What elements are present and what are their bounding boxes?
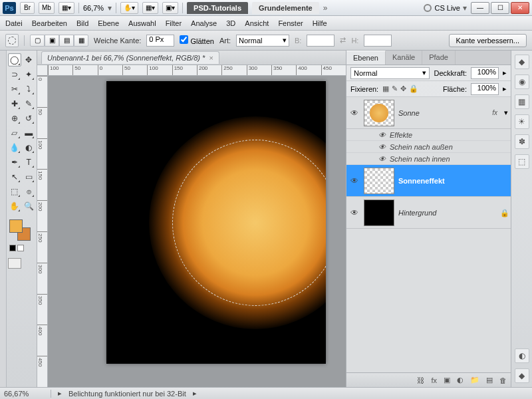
menu-ansicht[interactable]: Ansicht — [245, 19, 269, 27]
menu-bearbeiten[interactable]: Bearbeiten — [32, 19, 67, 27]
menu-filter[interactable]: Filter — [166, 19, 182, 27]
fx-collapse-icon[interactable]: ▾ — [504, 108, 508, 117]
tab-ebenen[interactable]: Ebenen — [346, 51, 386, 65]
dock-icon-history[interactable]: ◐ — [515, 348, 529, 363]
close-tab-icon[interactable]: × — [209, 54, 213, 62]
hand-tool-button[interactable]: ✋▾ — [120, 2, 138, 14]
menu-fenster[interactable]: Fenster — [278, 19, 303, 27]
shape-tool[interactable]: ▭ — [23, 170, 36, 184]
workspace-tab-grund[interactable]: Grundelemente — [252, 2, 319, 14]
tab-kanaele[interactable]: Kanäle — [386, 51, 422, 65]
new-layer-icon[interactable]: ▤ — [486, 376, 493, 384]
bridge-button[interactable]: Br — [20, 2, 35, 14]
arrange-docs-button[interactable]: ▦▾ — [142, 2, 158, 14]
vertical-ruler[interactable]: 050100150200250300350400450 — [37, 76, 48, 387]
visibility-toggle[interactable]: 👁 — [378, 143, 386, 151]
type-tool[interactable]: T — [23, 156, 36, 169]
3dcam-tool[interactable]: ⌾ — [23, 185, 36, 198]
ruler-origin[interactable] — [37, 65, 48, 76]
fill-input[interactable]: 100% — [471, 83, 499, 95]
zoom-level[interactable]: 66,7% — [83, 4, 104, 12]
cslive-dropdown-icon[interactable]: ▾ — [463, 3, 467, 13]
selection-subtract-button[interactable]: ▤ — [59, 35, 74, 47]
dock-icon-color[interactable]: ◆ — [515, 55, 529, 69]
menu-3d[interactable]: 3D — [226, 19, 235, 27]
color-swatches[interactable] — [8, 218, 35, 253]
fx-badge[interactable]: fx — [492, 109, 497, 116]
default-colors-icon[interactable] — [9, 245, 16, 251]
workspace-tab-psd[interactable]: PSD-Tutorials — [187, 2, 248, 14]
document[interactable] — [106, 81, 326, 364]
selection-add-button[interactable]: ▣ — [45, 35, 59, 47]
lock-position-icon[interactable]: ✥ — [400, 84, 406, 93]
horizontal-ruler[interactable]: 10050050100150200250300350400450 — [48, 65, 346, 76]
status-flyout-icon[interactable]: ▸ — [58, 389, 62, 398]
tool-preset-icon[interactable] — [5, 34, 19, 47]
refine-edge-button[interactable]: Kante verbessern... — [449, 34, 527, 47]
layer-thumbnail[interactable] — [364, 200, 394, 226]
visibility-toggle[interactable]: 👁 — [349, 176, 360, 186]
dock-icon-channels[interactable]: ⬚ — [515, 154, 529, 169]
selection-new-button[interactable]: ▢ — [30, 35, 45, 47]
eraser-tool[interactable]: ▱ — [8, 126, 21, 140]
adjustment-layer-icon[interactable]: ◐ — [457, 376, 464, 384]
menu-auswahl[interactable]: Auswahl — [128, 19, 156, 27]
feather-input[interactable]: 0 Px — [146, 35, 174, 47]
dock-icon-layers[interactable]: ◆ — [515, 368, 529, 383]
lasso-tool[interactable]: ⊃ — [8, 68, 21, 81]
effect-inner-glow[interactable]: 👁Schein nach innen — [346, 153, 511, 165]
layer-thumbnail[interactable] — [364, 168, 394, 194]
dock-icon-styles[interactable]: ▦ — [515, 94, 529, 109]
layer-thumbnail[interactable] — [364, 100, 394, 126]
layer-sonneneffekt[interactable]: 👁 Sonneneffekt — [346, 165, 511, 197]
healing-tool[interactable]: ✚ — [8, 97, 21, 110]
move-tool[interactable]: ✥ — [23, 53, 36, 66]
window-minimize-button[interactable]: — — [471, 2, 489, 14]
opacity-input[interactable]: 100% — [471, 67, 499, 79]
blend-mode-select[interactable]: Normal▾ — [350, 67, 430, 79]
visibility-toggle[interactable]: 👁 — [349, 207, 360, 218]
visibility-toggle[interactable]: 👁 — [378, 131, 386, 139]
stamp-tool[interactable]: ⊕ — [8, 112, 21, 125]
menu-bild[interactable]: Bild — [76, 19, 88, 27]
visibility-toggle[interactable]: 👁 — [378, 155, 386, 163]
delete-layer-icon[interactable]: 🗑 — [499, 376, 507, 384]
layer-style-icon[interactable]: fx — [431, 376, 437, 384]
fill-flyout-icon[interactable]: ▸ — [503, 84, 507, 93]
selection-intersect-button[interactable]: ▦ — [74, 35, 88, 47]
layer-name[interactable]: Hintergrund — [398, 209, 496, 217]
minibridge-button[interactable]: Mb — [39, 2, 55, 14]
swap-colors-icon[interactable] — [17, 245, 24, 251]
effect-outer-glow[interactable]: 👁Schein nach außen — [346, 141, 511, 153]
dock-icon-swatches[interactable]: ◉ — [515, 74, 529, 89]
marquee-tool[interactable]: ◯ — [8, 53, 21, 66]
document-tab[interactable]: Unbenannt-1 bei 66,7% (Sonneneffekt, RGB… — [41, 51, 219, 64]
zoom-tool[interactable]: 🔍 — [23, 200, 36, 213]
dock-icon-masks[interactable]: ✽ — [515, 134, 529, 149]
view-extras-button[interactable]: ▦▾ — [59, 2, 74, 14]
gradient-tool[interactable]: ▬ — [23, 126, 36, 140]
opacity-flyout-icon[interactable]: ▸ — [503, 68, 507, 77]
brush-tool[interactable]: ✎ — [23, 97, 36, 110]
link-layers-icon[interactable]: ⛓ — [417, 376, 424, 384]
menu-analyse[interactable]: Analyse — [191, 19, 217, 27]
layer-group-icon[interactable]: 📁 — [470, 376, 479, 384]
path-select-tool[interactable]: ↖ — [8, 170, 21, 184]
foreground-color-swatch[interactable] — [9, 219, 23, 233]
lock-all-icon[interactable]: 🔒 — [409, 84, 418, 93]
eyedropper-tool[interactable]: ⤵ — [23, 82, 36, 96]
lock-transparency-icon[interactable]: ▦ — [382, 84, 389, 93]
quick-mask-button[interactable] — [8, 258, 21, 269]
layer-hintergrund[interactable]: 👁 Hintergrund 🔒 — [346, 197, 511, 229]
window-maximize-button[interactable]: ☐ — [491, 2, 509, 14]
layer-name[interactable]: Sonneneffekt — [398, 177, 508, 185]
lock-pixels-icon[interactable]: ✎ — [392, 84, 398, 93]
wand-tool[interactable]: ✦ — [23, 68, 36, 81]
zoom-dropdown-icon[interactable]: ▾ — [108, 3, 112, 13]
style-select[interactable]: Normal▾ — [236, 35, 289, 47]
effects-group[interactable]: 👁Effekte — [346, 129, 511, 141]
history-brush-tool[interactable]: ↺ — [23, 112, 36, 125]
dodge-tool[interactable]: ◐ — [23, 141, 36, 154]
tab-pfade[interactable]: Pfade — [422, 51, 456, 65]
window-close-button[interactable]: ✕ — [511, 2, 529, 14]
